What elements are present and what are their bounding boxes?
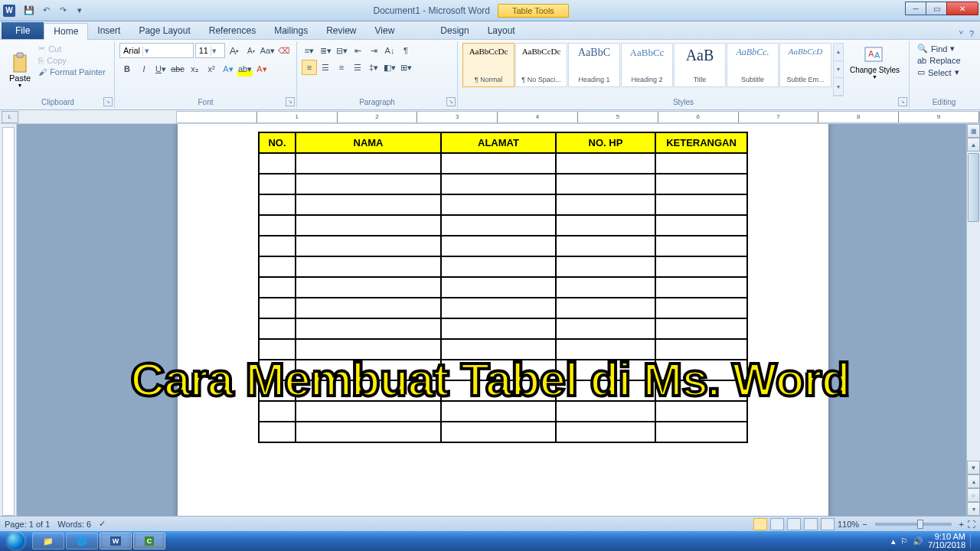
- format-painter-button[interactable]: 🖌Format Painter: [35, 67, 109, 77]
- scroll-down-icon[interactable]: ▼: [967, 461, 980, 474]
- table-row[interactable]: [259, 277, 747, 298]
- line-spacing-icon[interactable]: ‡▾: [366, 60, 381, 75]
- tab-file[interactable]: File: [2, 22, 44, 39]
- paste-button[interactable]: Paste ▼: [6, 43, 34, 96]
- subscript-button[interactable]: x₂: [187, 61, 202, 77]
- tray-up-icon[interactable]: ▴: [891, 536, 896, 546]
- tray-flag-icon[interactable]: ⚐: [900, 536, 908, 546]
- scroll-thumb[interactable]: [968, 153, 979, 222]
- table-row[interactable]: [259, 174, 747, 194]
- bullets-icon[interactable]: ≡▾: [302, 43, 317, 58]
- shading-icon[interactable]: ◧▾: [382, 60, 397, 75]
- paragraph-dialog-icon[interactable]: ↘: [446, 97, 456, 106]
- next-page-icon[interactable]: ▾: [967, 502, 980, 516]
- table-header[interactable]: NO. HP: [556, 132, 655, 153]
- font-size-combo[interactable]: 11▾: [195, 43, 226, 58]
- start-button[interactable]: [2, 532, 31, 550]
- font-color-icon[interactable]: A▾: [254, 61, 270, 77]
- taskbar-explorer[interactable]: 📁: [32, 533, 64, 549]
- grow-font-icon[interactable]: A▴: [227, 43, 242, 58]
- strikethrough-button[interactable]: abc: [170, 61, 185, 77]
- style-title[interactable]: AaBTitle: [674, 43, 726, 87]
- fit-icon[interactable]: ⛶: [967, 520, 975, 529]
- style-subtitle[interactable]: AaBbCc.Subtitle: [727, 43, 779, 87]
- spell-check-icon[interactable]: ✓: [99, 519, 106, 529]
- scroll-up-icon[interactable]: ▲: [967, 138, 980, 152]
- table-row[interactable]: [259, 194, 747, 215]
- borders-icon[interactable]: ⊞▾: [398, 60, 413, 75]
- tab-home[interactable]: Home: [44, 23, 88, 40]
- zoom-level[interactable]: 110%: [838, 520, 859, 529]
- tab-layout[interactable]: Layout: [479, 22, 524, 39]
- table-row[interactable]: [259, 153, 747, 174]
- close-button[interactable]: ✕: [946, 2, 978, 15]
- taskbar-camtasia[interactable]: C: [133, 533, 165, 549]
- web-layout-view[interactable]: [787, 518, 801, 530]
- maximize-button[interactable]: ▭: [926, 2, 947, 15]
- clipboard-dialog-icon[interactable]: ↘: [103, 97, 113, 106]
- style-normal[interactable]: AaBbCcDc¶ Normal: [462, 43, 514, 87]
- multilevel-icon[interactable]: ⊟▾: [334, 43, 349, 58]
- table-row[interactable]: [259, 236, 747, 256]
- table-header[interactable]: ALAMAT: [441, 132, 556, 153]
- outline-view[interactable]: [804, 518, 818, 530]
- save-icon[interactable]: 💾: [21, 3, 37, 18]
- style-heading2[interactable]: AaBbCcHeading 2: [621, 43, 673, 87]
- tab-selector[interactable]: L: [2, 111, 18, 123]
- show-marks-icon[interactable]: ¶: [398, 43, 413, 58]
- tab-references[interactable]: References: [200, 22, 265, 39]
- table-header[interactable]: KETERANGAN: [655, 132, 747, 153]
- table-row[interactable]: [259, 422, 747, 442]
- bold-button[interactable]: B: [119, 61, 135, 77]
- font-dialog-icon[interactable]: ↘: [286, 97, 295, 106]
- print-layout-view[interactable]: [753, 518, 767, 530]
- clear-format-icon[interactable]: ⌫: [276, 43, 292, 58]
- table-header[interactable]: NO.: [259, 132, 296, 153]
- document-area[interactable]: NO.NAMAALAMATNO. HPKETERANGAN: [17, 124, 966, 516]
- ruler-toggle-icon[interactable]: ▦: [967, 124, 980, 138]
- table-header[interactable]: NAMA: [296, 132, 441, 153]
- align-center-icon[interactable]: ☰: [318, 60, 333, 75]
- show-desktop[interactable]: [970, 533, 975, 549]
- word-count[interactable]: Words: 6: [57, 520, 91, 529]
- taskbar-word[interactable]: W: [100, 533, 132, 549]
- zoom-out-icon[interactable]: −: [862, 520, 867, 529]
- style-nospaci[interactable]: AaBbCcDc¶ No Spaci...: [515, 43, 567, 87]
- tab-design[interactable]: Design: [431, 22, 478, 39]
- increase-indent-icon[interactable]: ⇥: [366, 43, 381, 58]
- tab-view[interactable]: View: [366, 22, 404, 39]
- table-row[interactable]: [259, 318, 747, 339]
- font-name-combo[interactable]: Arial▾: [119, 43, 194, 58]
- ruler-horizontal[interactable]: L 123456789: [0, 110, 980, 124]
- zoom-slider[interactable]: [875, 523, 952, 526]
- minimize-ribbon-icon[interactable]: ⱽ: [959, 29, 963, 39]
- undo-icon[interactable]: ↶: [38, 3, 54, 18]
- redo-icon[interactable]: ↷: [55, 3, 70, 18]
- cut-button[interactable]: ✂Cut: [35, 43, 109, 54]
- numbering-icon[interactable]: ≣▾: [318, 43, 333, 58]
- qat-customize-icon[interactable]: ▾: [72, 3, 87, 18]
- change-styles-button[interactable]: AA Change Styles▼: [845, 43, 904, 96]
- taskbar-chrome[interactable]: 🌐: [66, 533, 98, 549]
- minimize-button[interactable]: ─: [905, 2, 926, 15]
- zoom-in-icon[interactable]: +: [959, 520, 964, 529]
- ruler-vertical[interactable]: [0, 124, 17, 516]
- page-status[interactable]: Page: 1 of 1: [5, 520, 50, 529]
- superscript-button[interactable]: x²: [204, 61, 219, 77]
- change-case-icon[interactable]: Aa▾: [260, 43, 276, 58]
- help-icon[interactable]: ?: [969, 29, 974, 39]
- tab-insert[interactable]: Insert: [88, 22, 129, 39]
- browse-object-icon[interactable]: ○: [967, 488, 980, 502]
- style-subtleem[interactable]: AaBbCcDSubtle Em...: [779, 43, 831, 87]
- styles-more[interactable]: ▴▾▾: [833, 43, 844, 96]
- underline-button[interactable]: U▾: [153, 61, 168, 77]
- style-heading1[interactable]: AaBbCHeading 1: [568, 43, 620, 87]
- table-row[interactable]: [259, 298, 747, 318]
- tab-page-layout[interactable]: Page Layout: [129, 22, 199, 39]
- shrink-font-icon[interactable]: A▾: [243, 43, 259, 58]
- sort-icon[interactable]: A↓: [382, 43, 397, 58]
- draft-view[interactable]: [821, 518, 835, 530]
- prev-page-icon[interactable]: ▴: [967, 474, 980, 488]
- table-row[interactable]: [259, 215, 747, 236]
- styles-dialog-icon[interactable]: ↘: [898, 97, 907, 106]
